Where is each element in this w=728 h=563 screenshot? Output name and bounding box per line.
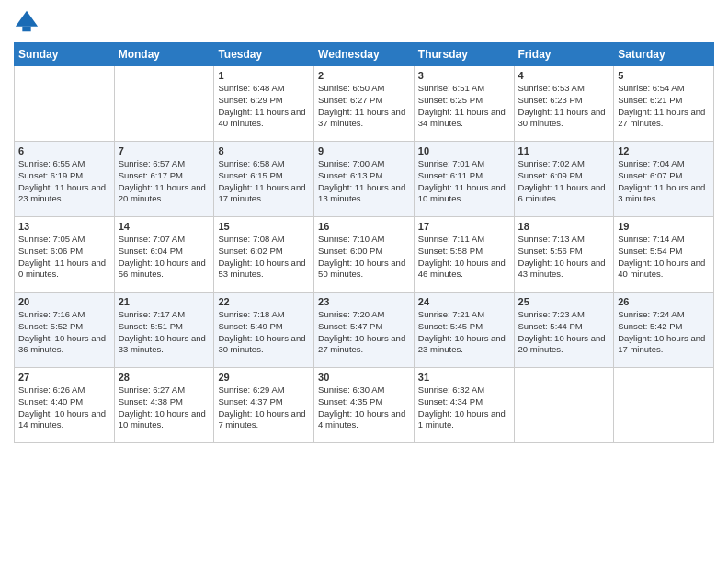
day-detail: Sunrise: 6:48 AMSunset: 6:29 PMDaylight:… [218,83,310,130]
day-detail: Sunrise: 6:54 AMSunset: 6:21 PMDaylight:… [618,83,710,130]
day-detail: Sunrise: 6:26 AMSunset: 4:40 PMDaylight:… [18,385,110,431]
calendar-body: 1Sunrise: 6:48 AMSunset: 6:29 PMDaylight… [15,66,714,443]
day-number: 31 [418,372,510,383]
calendar-cell: 2Sunrise: 6:50 AMSunset: 6:27 PMDaylight… [314,66,415,142]
day-number: 12 [618,145,710,156]
day-detail: Sunrise: 6:29 AMSunset: 4:37 PMDaylight:… [218,385,310,431]
day-detail: Sunrise: 7:08 AMSunset: 6:02 PMDaylight:… [218,234,310,281]
day-number: 2 [318,70,410,81]
day-detail: Sunrise: 7:14 AMSunset: 5:54 PMDaylight:… [618,234,710,281]
day-number: 5 [618,70,710,81]
calendar-cell: 1Sunrise: 6:48 AMSunset: 6:29 PMDaylight… [214,66,314,142]
weekday-row: SundayMondayTuesdayWednesdayThursdayFrid… [15,43,714,66]
day-detail: Sunrise: 7:23 AMSunset: 5:44 PMDaylight:… [518,309,610,356]
day-number: 8 [218,145,310,156]
day-number: 11 [518,145,610,156]
day-detail: Sunrise: 7:10 AMSunset: 6:00 PMDaylight:… [318,234,410,281]
day-detail: Sunrise: 7:24 AMSunset: 5:42 PMDaylight:… [618,309,710,356]
day-number: 20 [18,296,110,307]
calendar-cell [15,66,115,142]
calendar-cell: 31Sunrise: 6:32 AMSunset: 4:34 PMDayligh… [414,368,514,443]
calendar-cell: 7Sunrise: 6:57 AMSunset: 6:17 PMDaylight… [114,142,214,217]
day-detail: Sunrise: 7:00 AMSunset: 6:13 PMDaylight:… [318,158,410,205]
day-number: 4 [518,70,610,81]
calendar-cell: 17Sunrise: 7:11 AMSunset: 5:58 PMDayligh… [414,217,514,293]
day-number: 26 [618,296,710,307]
day-detail: Sunrise: 7:18 AMSunset: 5:49 PMDaylight:… [218,309,310,356]
day-detail: Sunrise: 7:20 AMSunset: 5:47 PMDaylight:… [318,309,410,356]
day-number: 1 [218,70,310,81]
calendar-cell: 5Sunrise: 6:54 AMSunset: 6:21 PMDaylight… [614,66,714,142]
calendar-cell: 3Sunrise: 6:51 AMSunset: 6:25 PMDaylight… [414,66,514,142]
weekday-header-tuesday: Tuesday [214,43,314,66]
calendar-cell: 21Sunrise: 7:17 AMSunset: 5:51 PMDayligh… [114,293,214,368]
calendar-cell [514,368,614,443]
calendar-cell: 8Sunrise: 6:58 AMSunset: 6:15 PMDaylight… [214,142,314,217]
calendar-cell: 13Sunrise: 7:05 AMSunset: 6:06 PMDayligh… [15,217,115,293]
day-number: 9 [318,145,410,156]
weekday-header-saturday: Saturday [614,43,714,66]
calendar-cell: 26Sunrise: 7:24 AMSunset: 5:42 PMDayligh… [614,293,714,368]
day-detail: Sunrise: 7:02 AMSunset: 6:09 PMDaylight:… [518,158,610,205]
logo [14,9,43,35]
calendar-cell: 9Sunrise: 7:00 AMSunset: 6:13 PMDaylight… [314,142,415,217]
calendar-cell: 23Sunrise: 7:20 AMSunset: 5:47 PMDayligh… [314,293,415,368]
day-detail: Sunrise: 7:01 AMSunset: 6:11 PMDaylight:… [418,158,510,205]
day-detail: Sunrise: 7:11 AMSunset: 5:58 PMDaylight:… [418,234,510,281]
day-number: 22 [218,296,310,307]
calendar-cell: 20Sunrise: 7:16 AMSunset: 5:52 PMDayligh… [15,293,115,368]
day-detail: Sunrise: 7:17 AMSunset: 5:51 PMDaylight:… [119,309,210,356]
day-detail: Sunrise: 6:51 AMSunset: 6:25 PMDaylight:… [418,83,510,130]
weekday-header-friday: Friday [514,43,614,66]
weekday-header-monday: Monday [114,43,214,66]
header [14,9,714,35]
weekday-header-thursday: Thursday [414,43,514,66]
day-number: 19 [618,221,710,232]
day-number: 23 [318,296,410,307]
day-number: 21 [119,296,210,307]
calendar-cell: 10Sunrise: 7:01 AMSunset: 6:11 PMDayligh… [414,142,514,217]
day-detail: Sunrise: 6:30 AMSunset: 4:35 PMDaylight:… [318,385,410,431]
weekday-header-sunday: Sunday [15,43,115,66]
calendar-cell: 14Sunrise: 7:07 AMSunset: 6:04 PMDayligh… [114,217,214,293]
calendar-cell: 11Sunrise: 7:02 AMSunset: 6:09 PMDayligh… [514,142,614,217]
day-number: 16 [318,221,410,232]
calendar-cell [614,368,714,443]
calendar-header: SundayMondayTuesdayWednesdayThursdayFrid… [15,43,714,66]
svg-rect-1 [22,27,30,32]
logo-icon [14,9,40,35]
weekday-header-wednesday: Wednesday [314,43,415,66]
day-number: 3 [418,70,510,81]
day-number: 17 [418,221,510,232]
page: SundayMondayTuesdayWednesdayThursdayFrid… [0,0,728,563]
day-detail: Sunrise: 6:27 AMSunset: 4:38 PMDaylight:… [119,385,210,431]
day-detail: Sunrise: 6:55 AMSunset: 6:19 PMDaylight:… [18,158,110,205]
calendar-row-3: 13Sunrise: 7:05 AMSunset: 6:06 PMDayligh… [15,217,714,293]
day-detail: Sunrise: 7:04 AMSunset: 6:07 PMDaylight:… [618,158,710,205]
day-number: 18 [518,221,610,232]
calendar-cell: 29Sunrise: 6:29 AMSunset: 4:37 PMDayligh… [214,368,314,443]
day-detail: Sunrise: 7:07 AMSunset: 6:04 PMDaylight:… [119,234,210,281]
day-number: 15 [218,221,310,232]
day-number: 24 [418,296,510,307]
calendar-cell: 6Sunrise: 6:55 AMSunset: 6:19 PMDaylight… [15,142,115,217]
calendar-cell: 28Sunrise: 6:27 AMSunset: 4:38 PMDayligh… [114,368,214,443]
day-number: 25 [518,296,610,307]
day-number: 10 [418,145,510,156]
calendar-row-4: 20Sunrise: 7:16 AMSunset: 5:52 PMDayligh… [15,293,714,368]
calendar-cell: 16Sunrise: 7:10 AMSunset: 6:00 PMDayligh… [314,217,415,293]
calendar-row-5: 27Sunrise: 6:26 AMSunset: 4:40 PMDayligh… [15,368,714,443]
calendar-cell: 19Sunrise: 7:14 AMSunset: 5:54 PMDayligh… [614,217,714,293]
day-detail: Sunrise: 7:16 AMSunset: 5:52 PMDaylight:… [18,309,110,356]
calendar-cell: 30Sunrise: 6:30 AMSunset: 4:35 PMDayligh… [314,368,415,443]
day-number: 14 [119,221,210,232]
day-number: 30 [318,372,410,383]
calendar-cell: 4Sunrise: 6:53 AMSunset: 6:23 PMDaylight… [514,66,614,142]
calendar-row-1: 1Sunrise: 6:48 AMSunset: 6:29 PMDaylight… [15,66,714,142]
calendar-cell: 27Sunrise: 6:26 AMSunset: 4:40 PMDayligh… [15,368,115,443]
day-number: 7 [119,145,210,156]
calendar-cell: 15Sunrise: 7:08 AMSunset: 6:02 PMDayligh… [214,217,314,293]
calendar-cell: 22Sunrise: 7:18 AMSunset: 5:49 PMDayligh… [214,293,314,368]
calendar-cell: 12Sunrise: 7:04 AMSunset: 6:07 PMDayligh… [614,142,714,217]
day-number: 28 [119,372,210,383]
